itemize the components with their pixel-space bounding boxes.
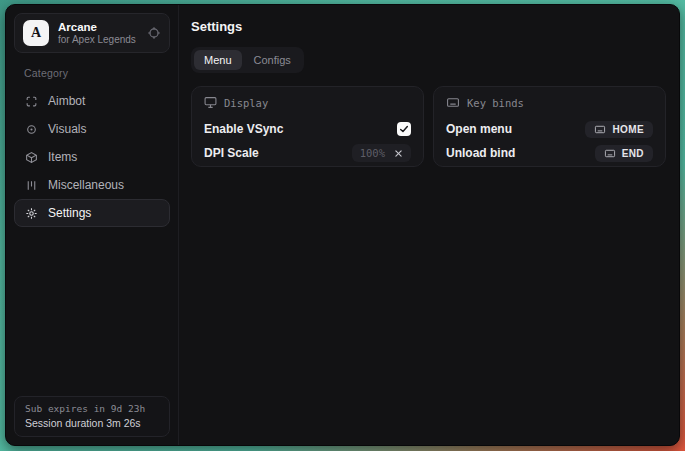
- sidebar-item-label: Miscellaneous: [48, 178, 124, 192]
- sidebar-item-aimbot[interactable]: Aimbot: [14, 87, 170, 115]
- sidebar-spacer: [14, 227, 170, 396]
- app-title-block: Arcane for Apex Legends: [58, 20, 138, 47]
- gear-icon: [25, 207, 38, 220]
- keybinds-card: Key binds Open menu HOME: [433, 86, 666, 167]
- display-card: Display Enable VSync DPI Scale: [191, 86, 424, 167]
- sidebar-item-items[interactable]: Items: [14, 143, 170, 171]
- open-menu-key: HOME: [612, 124, 644, 135]
- open-menu-row: Open menu HOME: [446, 117, 653, 141]
- dpi-value: 100%: [360, 147, 385, 159]
- target-icon[interactable]: [147, 26, 161, 40]
- display-card-title: Display: [224, 97, 268, 109]
- vsync-checkbox[interactable]: [397, 122, 411, 136]
- unload-bind-label: Unload bind: [446, 146, 515, 160]
- arcane-window: A Arcane for Apex Legends Category: [5, 4, 680, 446]
- unload-key: END: [622, 148, 644, 159]
- open-menu-label: Open menu: [446, 122, 512, 136]
- sidebar-item-label: Aimbot: [48, 94, 85, 108]
- session-info-box: Sub expires in 9d 23h Session duration 3…: [14, 396, 170, 437]
- columns-icon: [25, 179, 38, 192]
- package-icon: [25, 151, 38, 164]
- focus-eye-icon: [25, 123, 38, 136]
- desktop-background: A Arcane for Apex Legends Category: [0, 0, 685, 451]
- app-logo-card: A Arcane for Apex Legends: [14, 13, 170, 53]
- sidebar-item-label: Visuals: [48, 122, 86, 136]
- category-label: Category: [24, 67, 170, 79]
- sidebar: A Arcane for Apex Legends Category: [6, 5, 179, 445]
- keybinds-card-header: Key binds: [446, 96, 653, 109]
- session-duration-text: Session duration 3m 26s: [25, 417, 159, 429]
- settings-cards: Display Enable VSync DPI Scale: [191, 86, 666, 167]
- unload-keybind-button[interactable]: END: [595, 145, 653, 162]
- sub-expiry-text: Sub expires in 9d 23h: [25, 403, 159, 414]
- sidebar-item-miscellaneous[interactable]: Miscellaneous: [14, 171, 170, 199]
- unload-bind-row: Unload bind END: [446, 141, 653, 165]
- tab-bar: Menu Configs: [191, 47, 304, 73]
- display-card-header: Display: [204, 96, 411, 109]
- clear-icon[interactable]: [394, 149, 403, 158]
- keybinds-card-title: Key binds: [467, 97, 524, 109]
- app-name: Arcane: [58, 20, 138, 34]
- vsync-row: Enable VSync: [204, 117, 411, 141]
- open-menu-keybind-button[interactable]: HOME: [585, 121, 653, 138]
- app-subtitle: for Apex Legends: [58, 34, 138, 47]
- main-content: Settings Menu Configs Display: [179, 5, 679, 445]
- vsync-label: Enable VSync: [204, 122, 283, 136]
- page-title: Settings: [191, 19, 666, 34]
- sidebar-item-label: Items: [48, 150, 77, 164]
- monitor-icon: [204, 96, 217, 109]
- sidebar-nav: Aimbot Visuals: [14, 87, 170, 227]
- tab-configs[interactable]: Configs: [244, 50, 301, 70]
- sidebar-item-visuals[interactable]: Visuals: [14, 115, 170, 143]
- sidebar-item-label: Settings: [48, 206, 91, 220]
- dpi-scale-input[interactable]: 100%: [352, 144, 411, 162]
- sidebar-item-settings[interactable]: Settings: [14, 199, 170, 227]
- crosshair-scan-icon: [25, 95, 38, 108]
- dpi-label: DPI Scale: [204, 146, 259, 160]
- keyboard-icon: [446, 96, 460, 109]
- keyboard-icon: [604, 148, 616, 159]
- dpi-row: DPI Scale 100%: [204, 141, 411, 165]
- app-logo: A: [23, 20, 49, 46]
- keyboard-icon: [594, 124, 606, 135]
- tab-menu[interactable]: Menu: [194, 50, 242, 70]
